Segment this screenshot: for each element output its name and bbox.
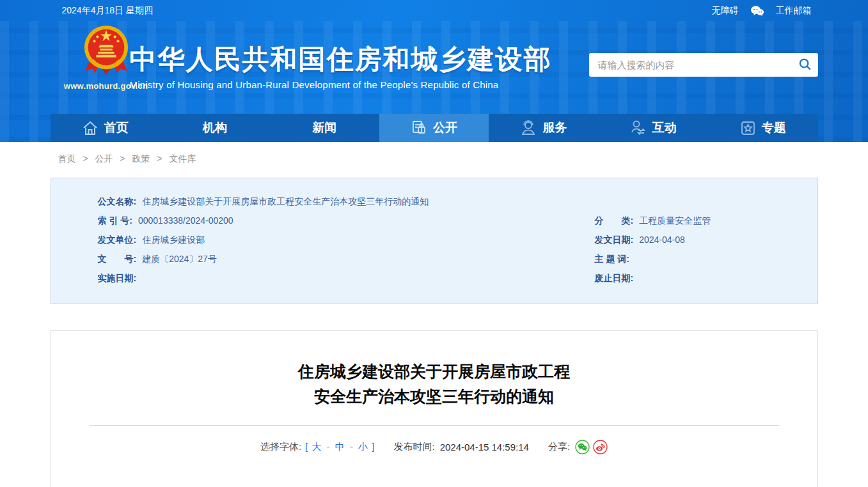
field-label: 索 引 号: <box>98 215 132 227</box>
nav-item-services[interactable]: 服务 <box>489 114 598 142</box>
breadcrumb-policy[interactable]: 政策 <box>132 153 150 164</box>
bracket-left: [ <box>305 441 308 452</box>
breadcrumb-library[interactable]: 文件库 <box>169 153 196 164</box>
nav-label: 首页 <box>104 120 129 136</box>
wechat-share-icon[interactable] <box>575 440 590 454</box>
documents-icon <box>411 120 427 136</box>
info-row: 索 引 号: 000013338/2024-00200 分 类: 工程质量安全监… <box>51 212 817 231</box>
breadcrumb-separator: > <box>120 153 125 164</box>
interaction-icon <box>630 120 647 136</box>
nav-label: 互动 <box>652 120 677 136</box>
font-size-small[interactable]: 小 <box>358 441 368 452</box>
info-row: 文 号: 建质〔2024〕27号 主 题 词: <box>51 250 817 269</box>
breadcrumb-home[interactable]: 首页 <box>58 153 76 164</box>
field-label: 文 号: <box>98 254 137 265</box>
field-label: 主 题 词: <box>595 254 629 265</box>
site-title: 中华人民共和国住房和城乡建设部 <box>130 44 552 75</box>
field-value: 住房城乡建设部关于开展房屋市政工程安全生产治本攻坚三年行动的通知 <box>142 196 429 208</box>
field-value: 住房城乡建设部 <box>142 235 205 246</box>
site-titles: 中华人民共和国住房和城乡建设部 Ministry of Housing and … <box>130 44 552 90</box>
field-label: 发文日期: <box>595 235 634 246</box>
search-box <box>589 53 818 77</box>
article-box: 住房城乡建设部关于开展房屋市政工程 安全生产治本攻坚三年行动的通知 选择字体: … <box>51 330 818 487</box>
national-emblem-icon <box>81 68 131 79</box>
breadcrumb-separator: > <box>83 153 88 164</box>
breadcrumb: 首页 > 公开 > 政策 > 文件库 <box>51 153 818 165</box>
article-title-line2: 安全生产治本攻坚三年行动的通知 <box>314 387 554 405</box>
main-navigation: 首页 机构 新闻 公开 <box>51 114 818 142</box>
field-label: 废止日期: <box>595 273 634 284</box>
weibo-share-icon[interactable] <box>593 440 608 454</box>
font-size-separator: - <box>350 441 353 452</box>
search-input[interactable] <box>589 59 793 70</box>
nav-label: 专题 <box>762 120 786 136</box>
site-subtitle-en: Ministry of Housing and Urban-Rural Deve… <box>130 79 552 90</box>
field-value: 建质〔2024〕27号 <box>142 254 217 265</box>
chat-icon[interactable] <box>750 5 764 17</box>
service-person-icon <box>520 120 537 136</box>
field-label: 分 类: <box>595 215 634 227</box>
breadcrumb-separator: > <box>157 153 162 164</box>
font-select-label: 选择字体: <box>260 441 301 453</box>
breadcrumb-disclosure[interactable]: 公开 <box>95 153 113 164</box>
nav-item-news[interactable]: 新闻 <box>269 114 379 142</box>
font-size-separator: - <box>327 441 330 452</box>
accessibility-link[interactable]: 无障碍 <box>712 5 739 17</box>
nav-item-interaction[interactable]: 互动 <box>599 114 708 142</box>
title-divider <box>90 425 779 426</box>
field-value: 工程质量安全监管 <box>639 215 711 227</box>
nav-item-home[interactable]: 首页 <box>51 114 160 142</box>
font-size-selector: [ 大 - 中 - 小 ] <box>305 441 374 453</box>
font-size-large[interactable]: 大 <box>312 441 321 452</box>
search-icon <box>798 58 812 73</box>
share-icons <box>575 440 608 454</box>
nav-label: 机构 <box>203 120 227 136</box>
field-value: 2024-04-08 <box>639 235 685 245</box>
publish-time-label: 发布时间: <box>393 441 434 453</box>
field-label: 实施日期: <box>98 273 137 284</box>
nav-item-topics[interactable]: 专题 <box>708 114 817 142</box>
share-label: 分享: <box>548 441 570 453</box>
field-label: 发文单位: <box>98 235 137 246</box>
top-bar: 2024年4月18日 星期四 无障碍 工作邮箱 <box>0 0 868 21</box>
document-info-box: 公文名称: 住房城乡建设部关于开展房屋市政工程安全生产治本攻坚三年行动的通知 索… <box>51 178 818 304</box>
star-badge-icon <box>740 120 756 136</box>
article-meta: 选择字体: [ 大 - 中 - 小 ] 发布时间: 2024-04-15 14:… <box>51 440 817 454</box>
site-header: 2024年4月18日 星期四 无障碍 工作邮箱 <box>0 0 868 142</box>
nav-item-disclosure[interactable]: 公开 <box>379 114 489 142</box>
nav-item-institutions[interactable]: 机构 <box>160 114 269 142</box>
bracket-right: ] <box>372 441 374 452</box>
publish-time-value: 2024-04-15 14:59:14 <box>440 442 529 452</box>
article-title-line1: 住房城乡建设部关于开展房屋市政工程 <box>298 362 570 380</box>
nav-label: 新闻 <box>312 120 336 136</box>
site-banner: www.mohurd.gov.cn 中华人民共和国住房和城乡建设部 Minist… <box>0 21 868 114</box>
work-mailbox-link[interactable]: 工作邮箱 <box>776 5 812 17</box>
nav-label: 服务 <box>542 120 567 136</box>
font-size-medium[interactable]: 中 <box>335 441 345 452</box>
field-label: 公文名称: <box>98 196 137 208</box>
current-date: 2024年4月18日 星期四 <box>51 5 153 17</box>
info-row: 公文名称: 住房城乡建设部关于开展房屋市政工程安全生产治本攻坚三年行动的通知 <box>51 192 817 212</box>
nav-label: 公开 <box>433 120 457 136</box>
home-icon <box>82 120 99 136</box>
info-row: 发文单位: 住房城乡建设部 发文日期: 2024-04-08 <box>51 231 817 250</box>
info-row: 实施日期: 废止日期: <box>51 269 817 288</box>
field-value: 000013338/2024-00200 <box>138 215 233 226</box>
search-button[interactable] <box>793 53 818 77</box>
article-title: 住房城乡建设部关于开展房屋市政工程 安全生产治本攻坚三年行动的通知 <box>51 359 817 409</box>
